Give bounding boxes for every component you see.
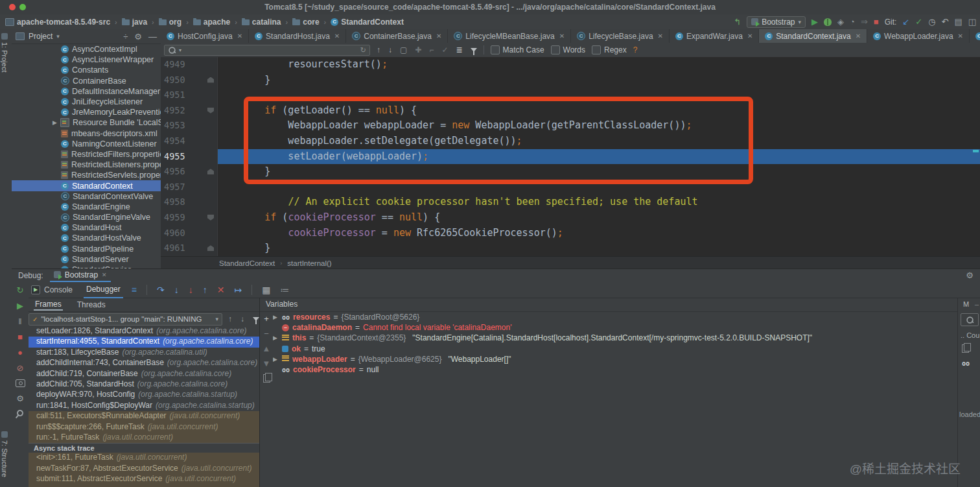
tree-item[interactable]: ▶Resource Bundle 'LocalStri bbox=[12, 117, 161, 128]
debug-panel-settings-icon[interactable]: ⚙ bbox=[966, 270, 974, 280]
hide-button[interactable]: — bbox=[148, 32, 157, 42]
editor-tab[interactable]: CLifecycleMBeanBase.java✕ bbox=[448, 29, 571, 43]
sidebar-item-structure[interactable]: 7: Structure bbox=[1, 431, 8, 477]
layout-menu-icon[interactable]: ≡ bbox=[132, 285, 137, 294]
layout-settings-button[interactable]: ≔ bbox=[280, 285, 289, 294]
resume-button[interactable]: ▶ bbox=[17, 302, 23, 310]
breadcrumb-item[interactable]: catalina bbox=[242, 18, 281, 27]
stack-frame-row[interactable]: addChild:705, StandardHost(org.apache.ca… bbox=[29, 379, 259, 390]
close-icon[interactable]: ✕ bbox=[237, 32, 242, 40]
tree-item[interactable]: CStandardHostValve bbox=[12, 233, 161, 243]
hide-frames-button[interactable] bbox=[253, 317, 259, 321]
editor-gutter[interactable]: 4959 bbox=[161, 210, 218, 226]
editor-gutter[interactable]: 4961 bbox=[161, 241, 218, 256]
settings-button[interactable]: ⚙ bbox=[134, 32, 142, 42]
variable-row[interactable]: ▶webappLoader = {WebappLoader@6625} "Web… bbox=[273, 354, 958, 364]
tab-threads[interactable]: Threads bbox=[77, 300, 106, 309]
move-down-button[interactable]: ▼ bbox=[262, 359, 271, 368]
editor-gutter[interactable]: 4952 bbox=[161, 103, 218, 119]
stack-frame-row[interactable]: addChild:719, ContainerBase(org.apache.c… bbox=[29, 369, 259, 379]
close-icon[interactable]: ✕ bbox=[559, 32, 565, 40]
remove-watch-button[interactable]: − bbox=[264, 329, 269, 338]
rollback-button[interactable]: ↶ bbox=[942, 18, 949, 26]
editor-tab[interactable]: CContainerBase.java✕ bbox=[346, 29, 448, 43]
stack-frame-row[interactable]: submit:111, AbstractExecutorService(java… bbox=[29, 474, 259, 484]
debug-button[interactable] bbox=[824, 18, 832, 26]
expand-arrow-icon[interactable]: ▶ bbox=[273, 356, 279, 362]
vcs-commit-button[interactable]: ✓ bbox=[915, 18, 922, 26]
step-over-button[interactable]: ↷ bbox=[157, 285, 165, 294]
breadcrumb-item[interactable]: apache-tomcat-8.5.49-src bbox=[5, 18, 110, 27]
editor-scrollbar-marker[interactable] bbox=[973, 150, 979, 152]
filter-lines-button[interactable]: ≣ bbox=[456, 46, 462, 54]
tree-item[interactable]: CNamingContextListener bbox=[12, 139, 161, 149]
step-out-button[interactable]: ↑ bbox=[203, 285, 207, 294]
scroll-from-source-button[interactable]: ÷ bbox=[123, 32, 128, 42]
stack-frame-row[interactable]: run:1841, HostConfig$DeployWar(org.apach… bbox=[29, 401, 259, 411]
tree-item[interactable]: CJniLifecycleListener bbox=[12, 97, 161, 107]
stack-frame-row[interactable]: setLoader:1826, StandardContext(org.apac… bbox=[29, 326, 259, 337]
close-icon[interactable]: ✕ bbox=[958, 32, 963, 40]
stack-frame-row[interactable]: newTaskFor:87, AbstractExecutorService(j… bbox=[29, 464, 259, 474]
editor-gutter[interactable]: 4949 bbox=[161, 57, 218, 73]
tree-item[interactable]: CStandardHost bbox=[12, 222, 161, 233]
fold-marker-icon[interactable] bbox=[207, 77, 214, 83]
tree-item[interactable]: CJreMemoryLeakPreventionLis bbox=[12, 107, 161, 117]
fold-marker-icon[interactable] bbox=[207, 108, 214, 113]
attach-button[interactable]: ⇒ bbox=[861, 18, 868, 26]
code-editor[interactable]: 4949 resourcesStart();4950 }49514952 if … bbox=[161, 57, 980, 256]
expand-arrow-icon[interactable]: ▶ bbox=[273, 335, 279, 341]
diff-icon[interactable]: ▤ bbox=[954, 18, 962, 26]
tree-item[interactable]: CStandardEngine bbox=[12, 202, 161, 212]
fold-marker-icon[interactable] bbox=[207, 245, 214, 251]
editor-tab[interactable]: CExpandWar.java✕ bbox=[670, 29, 759, 43]
editor-tab[interactable]: CContextConfig.java✕ bbox=[970, 29, 980, 43]
stack-frame-row[interactable]: startInternal:4955, StandardContext(org.… bbox=[29, 337, 259, 347]
watches-icon[interactable]: oo bbox=[962, 360, 970, 367]
tree-item[interactable]: CStandardPipeline bbox=[12, 244, 161, 254]
stack-frame-row[interactable]: run:-1, FutureTask(java.util.concurrent) bbox=[29, 433, 259, 443]
run-to-cursor-button[interactable]: ↦ bbox=[234, 285, 242, 294]
editor-gutter[interactable]: 4957 bbox=[161, 180, 218, 195]
notifications-icon[interactable]: ◫ bbox=[968, 18, 976, 26]
add-watch-button[interactable]: + bbox=[264, 315, 269, 323]
editor-gutter[interactable]: 4953 bbox=[161, 118, 218, 134]
memory-tab-label[interactable]: M bbox=[963, 300, 969, 308]
select-occurrences-button[interactable]: ✓ bbox=[441, 46, 448, 54]
expand-arrow-icon[interactable]: ▶ bbox=[273, 314, 279, 320]
mute-breakpoints-button[interactable]: ⊘ bbox=[17, 364, 24, 372]
tree-item[interactable]: RestrictedFilters.properties bbox=[12, 149, 161, 160]
editor-gutter[interactable]: 4956 bbox=[161, 164, 218, 180]
remove-occurrence-button[interactable]: ⌐ bbox=[429, 46, 434, 54]
rerun-button[interactable]: ↻ bbox=[17, 286, 24, 294]
breadcrumb-item[interactable]: CStandardContext bbox=[331, 18, 404, 27]
breadcrumb-method[interactable]: startInternal() bbox=[287, 259, 331, 267]
run-configuration-select[interactable]: Bootstrap ▾ bbox=[747, 16, 806, 28]
breadcrumb-item[interactable]: apache bbox=[193, 18, 230, 27]
run-button[interactable]: ▶ bbox=[811, 18, 818, 26]
close-icon[interactable]: ✕ bbox=[856, 32, 861, 40]
project-view-selector[interactable]: Project bbox=[29, 32, 52, 41]
breadcrumb-item[interactable]: org bbox=[159, 18, 181, 27]
editor-gutter[interactable]: 4960 bbox=[161, 226, 218, 241]
editor-gutter[interactable]: 4954 bbox=[161, 134, 218, 149]
stack-frame-row[interactable]: start:183, LifecycleBase(org.apache.cata… bbox=[29, 348, 259, 358]
debug-session-tab[interactable]: Bootstrap ✕ bbox=[50, 268, 111, 282]
close-icon[interactable]: ✕ bbox=[334, 32, 340, 40]
navigate-back-icon[interactable]: ↰ bbox=[734, 18, 741, 26]
variable-row[interactable]: ▶this = {StandardContext@2355} "Standard… bbox=[273, 333, 958, 343]
force-step-into-button[interactable]: ↓ bbox=[189, 285, 193, 294]
filter-search-icon[interactable] bbox=[471, 48, 477, 52]
find-prev-button[interactable]: ↑ bbox=[377, 46, 380, 54]
move-up-button[interactable]: ▲ bbox=[262, 344, 271, 353]
breadcrumb-class[interactable]: StandardContext bbox=[219, 259, 275, 267]
tree-item[interactable]: RestrictedServlets.properties bbox=[12, 170, 161, 180]
close-icon[interactable]: ✕ bbox=[658, 32, 663, 40]
stack-frame-row[interactable]: addChildInternal:743, ContainerBase(org.… bbox=[29, 358, 259, 368]
stack-frame-row[interactable]: deployWAR:970, HostConfig(org.apache.cat… bbox=[29, 390, 259, 400]
stack-frame-row[interactable]: call:511, Executors$RunnableAdapter(java… bbox=[29, 411, 259, 422]
pin-button[interactable] bbox=[16, 409, 25, 418]
drop-frame-button[interactable]: ✕ bbox=[217, 285, 225, 294]
tree-item[interactable]: CContainerBase bbox=[12, 76, 161, 86]
sidebar-item-project[interactable]: 1: Project bbox=[1, 33, 8, 72]
